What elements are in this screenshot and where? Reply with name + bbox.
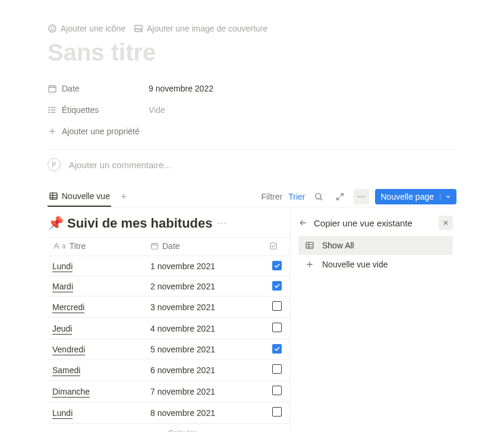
property-tags[interactable]: Étiquettes Vide [48,99,456,121]
row-checkbox[interactable] [272,301,282,311]
page-title[interactable]: Sans titre [48,39,456,66]
property-date-label: Date [62,84,80,93]
panel-title-text: Copier une vue existante [314,218,412,228]
property-date[interactable]: Date 9 novembre 2022 [48,78,456,99]
close-icon[interactable] [439,216,453,230]
calendar-icon [150,242,159,250]
property-tags-value[interactable]: Vide [149,105,165,115]
filter-button[interactable]: Filtrer [261,192,282,201]
panel-item-show-all[interactable]: Show All [298,236,453,255]
svg-point-6 [49,109,49,110]
view-toolbar: Nouvelle vue + Filtrer Trier Nouvelle pa… [48,187,456,207]
database-options[interactable]: ··· [218,218,227,229]
database-title-text: Suivi de mes habitudes [67,216,213,231]
table-row[interactable]: Jeudi4 novembre 2021 [48,318,289,339]
row-title[interactable]: Mercredi [52,302,84,313]
column-header-date[interactable]: Date [146,238,264,256]
column-header-title[interactable]: a Titre [48,238,146,256]
plus-icon [48,127,57,136]
expand-icon[interactable] [332,189,348,204]
row-checkbox[interactable] [272,386,282,395]
row-title[interactable]: Samedi [52,365,80,376]
row-checkbox[interactable] [272,344,282,354]
checkbox-icon [269,242,278,250]
svg-point-1 [51,27,52,28]
svg-point-5 [49,107,49,108]
svg-rect-4 [49,86,56,92]
add-property-button[interactable]: Ajouter une propriété [48,121,140,142]
svg-point-0 [49,25,56,32]
row-date[interactable]: 2 novembre 2021 [146,276,264,297]
row-date[interactable]: 8 novembre 2021 [146,402,264,424]
back-icon[interactable] [298,218,308,228]
table-icon [304,241,315,250]
row-title[interactable]: Vendredi [52,345,85,355]
row-title[interactable]: Jeudi [52,324,72,335]
calculate-label: Calculer [168,428,197,432]
row-date[interactable]: 5 novembre 2021 [146,339,264,360]
svg-rect-15 [306,242,313,249]
new-page-button[interactable]: Nouvelle page [375,189,456,204]
row-checkbox[interactable] [272,407,282,417]
add-icon-button[interactable]: Ajouter une icône [48,24,125,33]
row-date[interactable]: 4 novembre 2021 [146,318,264,339]
svg-rect-8 [50,193,57,200]
svg-point-7 [49,112,49,112]
svg-point-2 [53,27,54,28]
calculate-row: Calculer [48,424,289,432]
row-title[interactable]: Lundi [52,408,73,419]
column-header-checkbox[interactable] [264,238,289,256]
search-icon[interactable] [311,189,326,204]
comment-row[interactable]: P Ajouter un commentaire... [48,158,456,171]
add-icon-label: Ajouter une icône [61,24,125,33]
table-row[interactable]: Dimanche7 novembre 2021 [48,381,289,402]
row-date[interactable]: 6 novembre 2021 [146,360,264,381]
row-date[interactable]: 1 novembre 2021 [146,256,264,276]
table-row[interactable]: Samedi6 novembre 2021 [48,360,289,381]
add-view-button[interactable]: + [117,191,131,203]
panel-item-new-empty[interactable]: Nouvelle vue vide [298,255,453,274]
table-row[interactable]: Lundi1 novembre 2021 [48,256,289,276]
property-date-value[interactable]: 9 novembre 2022 [149,84,213,93]
svg-point-11 [361,196,362,197]
add-cover-button[interactable]: Ajouter une image de couverture [134,24,267,33]
row-title[interactable]: Dimanche [52,387,90,398]
table-row[interactable]: Mercredi3 novembre 2021 [48,297,289,318]
view-tab-active[interactable]: Nouvelle vue [48,187,111,207]
sort-button[interactable]: Trier [288,192,305,201]
chevron-down-icon[interactable] [440,194,451,200]
calendar-icon [48,84,57,93]
table-row[interactable]: Mardi2 novembre 2021 [48,276,289,297]
table-row[interactable]: Vendredi5 novembre 2021 [48,339,289,360]
calculate-button[interactable]: Calculer [168,428,205,432]
row-date[interactable]: 7 novembre 2021 [146,381,264,402]
row-checkbox[interactable] [272,323,282,332]
property-tags-label: Étiquettes [62,105,99,115]
add-property-label: Ajouter une propriété [62,127,140,136]
row-title[interactable]: Lundi [52,261,73,272]
row-checkbox[interactable] [272,261,282,270]
comment-placeholder[interactable]: Ajouter un commentaire... [69,160,171,170]
row-checkbox[interactable] [272,364,282,374]
more-icon[interactable] [354,189,369,204]
database-table: a Titre Date [48,237,289,424]
row-checkbox[interactable] [272,281,282,291]
svg-rect-13 [152,244,158,249]
add-cover-label: Ajouter une image de couverture [147,24,267,33]
image-icon [134,24,143,33]
table-icon [49,191,58,201]
column-date-label: Date [162,241,180,251]
database-title[interactable]: 📌 Suivi de mes habitudes [48,216,213,231]
table-row[interactable]: Lundi8 novembre 2021 [48,402,289,424]
emoji-icon [48,24,57,33]
view-tab-label: Nouvelle vue [62,191,110,201]
svg-point-10 [358,196,360,197]
text-icon [52,242,61,250]
row-date[interactable]: 3 novembre 2021 [146,297,264,318]
divider [48,149,456,150]
new-page-label: Nouvelle page [380,192,434,201]
database-emoji: 📌 [48,216,64,231]
avatar: P [48,158,61,171]
plus-icon [304,260,315,269]
row-title[interactable]: Mardi [52,282,73,292]
